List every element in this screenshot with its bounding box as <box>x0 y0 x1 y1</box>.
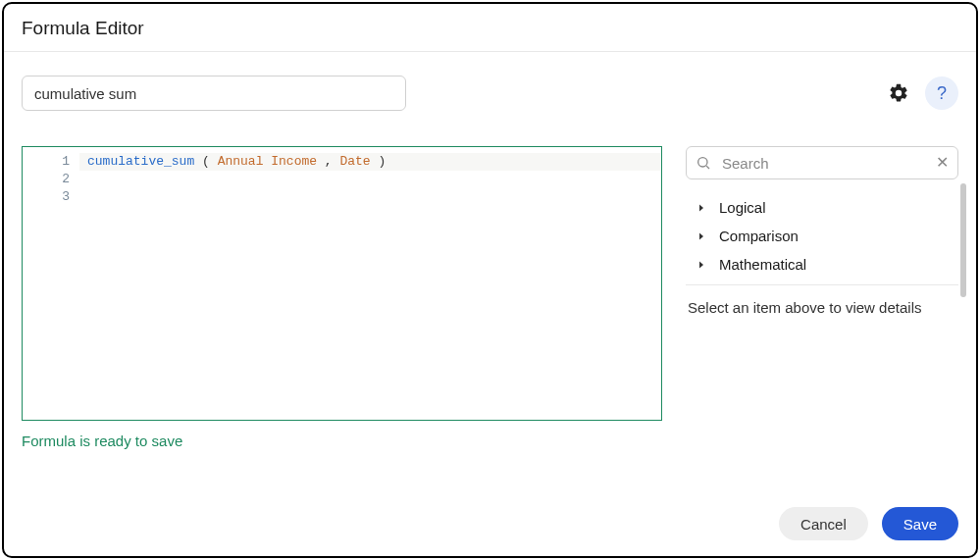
side-panel: ✕ Logical Comparison <box>686 146 958 484</box>
category-item-logical[interactable]: Logical <box>696 199 958 216</box>
dialog-header: Formula Editor <box>4 4 976 52</box>
code-line <box>87 171 653 188</box>
line-number: 3 <box>28 188 70 206</box>
top-row: ? <box>22 76 958 111</box>
formula-name-input[interactable] <box>22 76 406 111</box>
category-item-mathematical[interactable]: Mathematical <box>696 256 958 273</box>
gear-icon <box>888 82 909 104</box>
dialog-title: Formula Editor <box>22 18 958 39</box>
clear-search-icon[interactable]: ✕ <box>936 155 949 171</box>
main-row: 1 2 3 cumulative_sum ( Annual Income , D… <box>22 146 958 484</box>
line-number: 2 <box>28 171 70 188</box>
chevron-right-icon <box>696 259 707 271</box>
line-gutter: 1 2 3 <box>23 147 79 420</box>
svg-point-0 <box>698 158 707 167</box>
chevron-right-icon <box>696 202 707 214</box>
category-label: Mathematical <box>719 256 806 273</box>
category-label: Logical <box>719 199 766 216</box>
question-icon: ? <box>937 83 947 104</box>
chevron-right-icon <box>696 230 707 242</box>
dialog-footer: Cancel Save <box>4 495 976 556</box>
code-editor[interactable]: 1 2 3 cumulative_sum ( Annual Income , D… <box>22 146 662 421</box>
save-button[interactable]: Save <box>882 507 958 540</box>
search-wrap: ✕ <box>686 146 958 179</box>
svg-line-1 <box>706 166 709 169</box>
settings-button[interactable] <box>882 76 915 110</box>
top-icons: ? <box>882 76 958 110</box>
code-line <box>87 188 653 206</box>
cancel-button[interactable]: Cancel <box>779 507 868 540</box>
category-label: Comparison <box>719 228 799 244</box>
function-search-input[interactable] <box>686 146 958 179</box>
line-number: 1 <box>28 153 70 171</box>
category-item-comparison[interactable]: Comparison <box>696 228 958 244</box>
help-button[interactable]: ? <box>925 76 958 110</box>
code-line: cumulative_sum ( Annual Income , Date ) <box>87 153 653 171</box>
search-icon <box>696 155 711 171</box>
formula-editor-dialog: Formula Editor ? 1 2 <box>2 2 978 558</box>
category-scrollbar[interactable] <box>960 183 966 297</box>
detail-hint: Select an item above to view details <box>686 299 958 316</box>
code-area[interactable]: cumulative_sum ( Annual Income , Date ) <box>79 147 661 420</box>
category-list: Logical Comparison Mathematical <box>686 197 958 284</box>
category-list-wrap: Logical Comparison Mathematical <box>686 197 958 285</box>
editor-column: 1 2 3 cumulative_sum ( Annual Income , D… <box>22 146 662 484</box>
status-message: Formula is ready to save <box>22 433 662 449</box>
dialog-content: ? 1 2 3 cumulative_sum ( Annual Income ,… <box>4 52 976 495</box>
